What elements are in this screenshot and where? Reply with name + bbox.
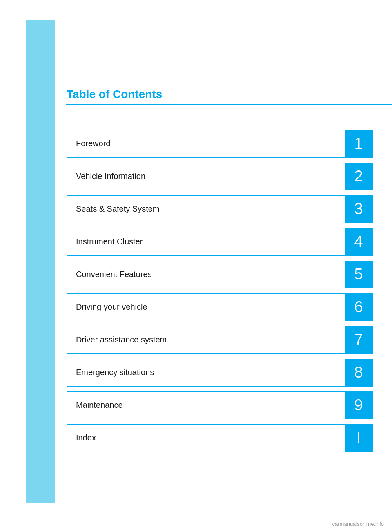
footer-watermark: carmanualsonline.info: [332, 521, 384, 527]
toc-item-number-5: 5: [345, 261, 372, 288]
page-title: Table of Contents: [67, 88, 373, 101]
toc-item-label-8: Emergency situations: [67, 359, 345, 386]
toc-item-number-3: 3: [345, 196, 372, 223]
toc-item-label-1: Foreword: [67, 130, 345, 157]
toc-item-number-9: 9: [345, 392, 372, 419]
toc-item-number-8: 8: [345, 359, 372, 386]
toc-item-number-1: 1: [345, 130, 372, 157]
toc-item-label-6: Driving your vehicle: [67, 294, 345, 321]
toc-item-label-5: Convenient Features: [67, 261, 345, 288]
toc-item-label-7: Driver assistance system: [67, 326, 345, 353]
toc-item[interactable]: Convenient Features5: [67, 261, 373, 288]
title-divider: [66, 104, 392, 105]
left-accent-bar: [26, 20, 55, 503]
toc-item[interactable]: Emergency situations8: [67, 359, 373, 387]
toc-item-number-7: 7: [345, 326, 372, 353]
toc-item[interactable]: Driving your vehicle6: [67, 293, 373, 321]
toc-item-label-10: Index: [67, 425, 345, 452]
toc-item[interactable]: Foreword1: [67, 130, 373, 158]
toc-item[interactable]: Vehicle Information2: [67, 163, 373, 190]
toc-item-number-2: 2: [345, 163, 372, 190]
toc-item-label-2: Vehicle Information: [67, 163, 345, 190]
main-content: Table of Contents Foreword1Vehicle Infor…: [67, 20, 373, 452]
toc-item-number-10: I: [345, 425, 372, 452]
toc-item[interactable]: Seats & Safety System3: [67, 195, 373, 223]
toc-item-label-3: Seats & Safety System: [67, 196, 345, 223]
table-of-contents-list: Foreword1Vehicle Information2Seats & Saf…: [67, 130, 373, 452]
toc-item-number-6: 6: [345, 294, 372, 321]
toc-item[interactable]: IndexI: [67, 424, 373, 452]
toc-item-label-4: Instrument Cluster: [67, 228, 345, 255]
toc-item[interactable]: Maintenance9: [67, 391, 373, 419]
toc-item-label-9: Maintenance: [67, 392, 345, 419]
toc-item-number-4: 4: [345, 228, 372, 255]
toc-item[interactable]: Instrument Cluster4: [67, 228, 373, 256]
toc-item[interactable]: Driver assistance system7: [67, 326, 373, 354]
